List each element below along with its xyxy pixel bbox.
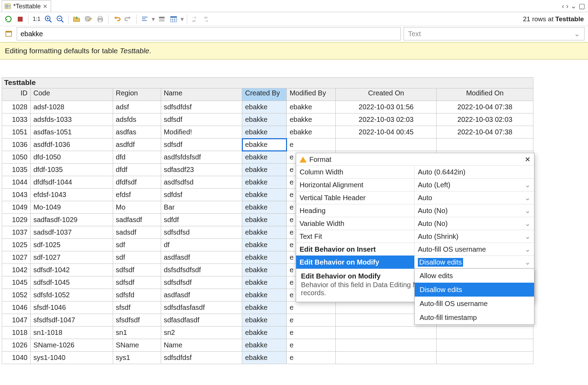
col-header-created-by[interactable]: Created By — [242, 88, 287, 101]
cell-created-by[interactable]: ebakke — [242, 327, 287, 339]
cell-id[interactable]: 1025 — [2, 239, 31, 251]
dropdown-item[interactable]: Auto-fill OS username — [415, 297, 534, 311]
cell-created-by[interactable]: ebakke — [242, 226, 287, 239]
cell-modified-by[interactable]: e — [287, 339, 336, 352]
cell-modified-on[interactable]: 2022-10-04 07:38 — [437, 101, 533, 113]
format-row-value[interactable]: Auto-fill OS username⌄ — [414, 243, 534, 256]
cell-created-by[interactable]: ebakke — [242, 189, 287, 201]
cell-created-by[interactable]: ebakke — [242, 352, 287, 364]
table-style-dropdown-icon[interactable]: ▾ — [181, 15, 184, 23]
cell-id[interactable]: 1045 — [2, 276, 31, 289]
cell-code[interactable]: asdfdf-1036 — [30, 139, 113, 151]
cell-name[interactable]: Bar — [161, 201, 242, 214]
cell-created-by[interactable]: ebakke — [242, 101, 287, 113]
cell-code[interactable]: sadfasdf-1029 — [30, 214, 113, 226]
zoom-in-icon[interactable] — [43, 14, 53, 24]
cell-id[interactable]: 1028 — [2, 101, 31, 113]
cell-created-by[interactable]: ebakke — [242, 214, 287, 226]
cell-name[interactable]: asdfsfdsfsdf — [161, 151, 242, 164]
table-row[interactable]: 1028adsf-1028adsfsdfsdfdsfebakkeebakke20… — [2, 101, 533, 113]
format-row-value[interactable]: Auto⌄ — [414, 191, 534, 204]
cell-created-by[interactable]: ebakke — [242, 201, 287, 214]
cell-id[interactable]: 1044 — [2, 176, 31, 189]
cell-created-by[interactable]: ebakke — [242, 301, 287, 314]
cell-id[interactable]: 1046 — [2, 301, 31, 314]
close-icon[interactable]: ✕ — [43, 3, 47, 10]
cell-code[interactable]: sdfsdf-1042 — [30, 264, 113, 276]
cell-modified-by[interactable]: ebakke — [287, 113, 336, 126]
cell-id[interactable]: 1051 — [2, 126, 31, 139]
cell-id[interactable]: 1040 — [2, 352, 31, 364]
cell-code[interactable]: sdf-1025 — [30, 239, 113, 251]
cell-name[interactable]: sdfsdf — [161, 139, 242, 151]
cell-modified-by[interactable]: e — [287, 327, 336, 339]
cell-name[interactable]: asdfasdf — [161, 251, 242, 264]
cell-region[interactable]: adsfds — [113, 113, 161, 126]
format-row-value[interactable]: Auto (No)⌄ — [414, 204, 534, 217]
cell-region[interactable]: dfd — [113, 151, 161, 164]
cell-code[interactable]: sdfsfd-1052 — [30, 289, 113, 301]
cell-modified-by[interactable]: ebakke — [287, 126, 336, 139]
cell-created-on[interactable]: 2022-10-03 01:56 — [336, 101, 437, 113]
cell-id[interactable]: 1037 — [2, 226, 31, 239]
cell-code[interactable]: sys1-1040 — [30, 352, 113, 364]
close-icon[interactable]: ✕ — [525, 155, 531, 164]
cell-code[interactable]: sadsdf-1037 — [30, 226, 113, 239]
col-header-id[interactable]: ID — [2, 88, 31, 101]
stop-icon[interactable] — [15, 14, 25, 24]
cell-region[interactable]: efdsf — [113, 189, 161, 201]
cell-name[interactable]: Modified! — [161, 126, 242, 139]
cell-region[interactable]: sys1 — [113, 352, 161, 364]
cell-id[interactable]: 1050 — [2, 151, 31, 164]
cell-name[interactable]: sn2 — [161, 327, 242, 339]
cell-code[interactable]: adsfds-1033 — [30, 113, 113, 126]
cell-id[interactable]: 1029 — [2, 214, 31, 226]
cell-created-by[interactable]: ebakke — [242, 276, 287, 289]
cell-region[interactable]: dfdfsdf — [113, 176, 161, 189]
open-folder-icon[interactable] — [72, 14, 81, 24]
cell-created-by[interactable]: ebakke — [242, 251, 287, 264]
cell-region[interactable]: sfsdfsdf — [113, 314, 161, 327]
cell-id[interactable]: 1052 — [2, 289, 31, 301]
table-row[interactable]: 1033adsfds-1033adsfdssdfsdfebakkeebakke2… — [2, 113, 533, 126]
format-row-value[interactable]: Disallow edits⌄Allow editsDisallow edits… — [414, 256, 534, 269]
cell-name[interactable]: sdfdsf — [161, 189, 242, 201]
table-row[interactable]: 1026SName-1026SNameNameebakkee — [2, 339, 533, 352]
cell-name[interactable]: sdfasdfasdf — [161, 314, 242, 327]
increase-decimals-icon[interactable]: .00→0 — [202, 14, 212, 24]
search-input[interactable] — [17, 27, 401, 40]
cell-created-by[interactable]: ebakke — [242, 314, 287, 327]
cell-region[interactable]: sfsdf — [113, 301, 161, 314]
print-icon[interactable] — [95, 14, 105, 24]
format-row-value[interactable]: Auto (Shrink)⌄ — [414, 230, 534, 243]
cell-created-on[interactable]: 2022-10-03 02:03 — [336, 113, 437, 126]
cell-id[interactable]: 1035 — [2, 164, 31, 176]
cell-id[interactable]: 1033 — [2, 113, 31, 126]
cell-created-by[interactable]: ebakke — [242, 239, 287, 251]
cell-created-by[interactable]: ebakke — [242, 113, 287, 126]
cell-modified-on[interactable] — [437, 352, 533, 364]
cell-id[interactable]: 1036 — [2, 139, 31, 151]
cell-name[interactable]: sdfdf — [161, 214, 242, 226]
cell-created-on[interactable] — [336, 339, 437, 352]
edit-data-icon[interactable] — [84, 14, 93, 24]
cell-modified-on[interactable]: 2022-10-04 07:38 — [437, 126, 533, 139]
cell-region[interactable]: asdfdf — [113, 139, 161, 151]
cell-name[interactable]: sdfsdfsd — [161, 226, 242, 239]
cell-name[interactable]: dsfsdfsdfsdf — [161, 264, 242, 276]
refresh-icon[interactable] — [3, 14, 13, 24]
table-row[interactable]: 1018sn1-1018sn1sn2ebakkee — [2, 327, 533, 339]
col-header-created-on[interactable]: Created On — [336, 88, 437, 101]
chevron-down-icon[interactable]: ⌄ — [571, 2, 577, 10]
cell-modified-by[interactable]: e — [287, 352, 336, 364]
cell-name[interactable]: sdfasdf23 — [161, 164, 242, 176]
cell-id[interactable]: 1049 — [2, 201, 31, 214]
cell-created-on[interactable]: 2022-10-04 00:45 — [336, 126, 437, 139]
col-header-modified-by[interactable]: Modified By — [287, 88, 336, 101]
table-row[interactable]: 1036asdfdf-1036asdfdfsdfsdfebakkee — [2, 139, 533, 151]
cell-code[interactable]: dfdf-1035 — [30, 164, 113, 176]
nav-back-icon[interactable]: ‹ — [562, 2, 564, 10]
cell-code[interactable]: Mo-1049 — [30, 201, 113, 214]
cell-region[interactable]: sdfsfd — [113, 289, 161, 301]
cell-code[interactable]: dfd-1050 — [30, 151, 113, 164]
